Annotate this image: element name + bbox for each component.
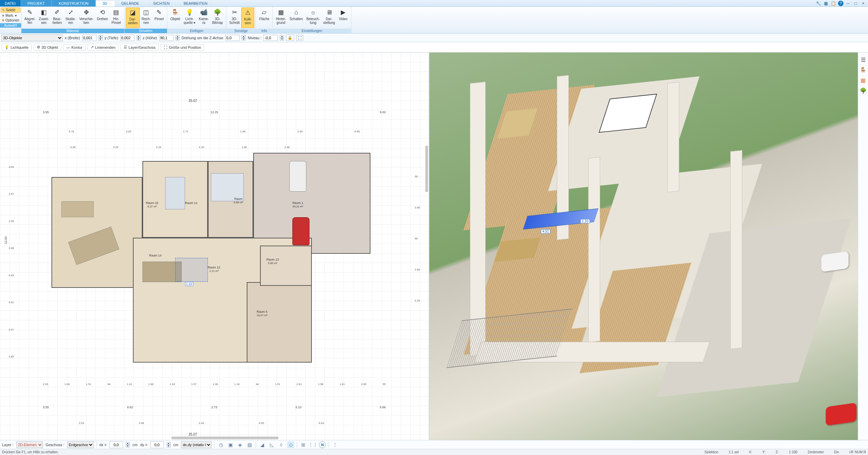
3d-view[interactable]: 4.51 1,10 <box>429 53 858 440</box>
ribbon-group-material: ✎Abgrei-fen◧Zuwei-sen✐Bear-beiten⤢Skalie… <box>21 7 124 33</box>
y-input[interactable] <box>120 35 135 41</box>
ribbon-kamera-button[interactable]: 📹Kame-ra <box>197 8 210 28</box>
north-icon[interactable]: N <box>319 441 326 448</box>
rotation-input[interactable] <box>225 35 240 41</box>
ribbon-abgreifen-button[interactable]: ✎Abgrei-fen <box>23 8 37 28</box>
3dobjekt-button[interactable]: ⚙3D Objekt <box>34 44 61 51</box>
optionen-button[interactable]: ✚Optionen <box>1 18 20 23</box>
ribbon-icon: ✥ <box>82 8 90 16</box>
tree-icon[interactable]: 🌳 <box>859 87 867 94</box>
ribbon-group-einfügen: 🪑Objekt💡Licht-quelle ▾📹Kame-ra🌳3D-Bitmap… <box>167 7 226 33</box>
tool-icon[interactable]: ◈ <box>237 441 243 448</box>
grid-icon[interactable]: ⊞ <box>300 441 307 448</box>
ribbon-flche-button[interactable]: ▱Fläche <box>257 8 271 28</box>
geschoss-label: Geschoss : <box>46 443 64 447</box>
ribbon-hintergrund-button[interactable]: ▦Hinter-grund <box>274 8 288 28</box>
tab-3d[interactable]: 3D <box>96 0 115 6</box>
cursor-icon: ↖ <box>2 8 5 12</box>
selekt-button[interactable]: ↖Selekt <box>1 8 20 13</box>
ribbon: ↖Selekt ⚹Mark. ▾ ✚Optionen Auswahl ✎Abgr… <box>0 7 868 33</box>
tool-icon[interactable]: 📋 <box>831 1 836 6</box>
vscroll[interactable] <box>425 146 428 192</box>
ribbon-dbitmap-button[interactable]: 🌳3D-Bitmap <box>211 8 225 28</box>
dy-input[interactable] <box>150 441 164 448</box>
more-icon[interactable]: ⋮ <box>332 441 338 448</box>
menu-tabs: DATEI PROJEKT KONSTRUKTION 3D GELÄNDE SI… <box>0 0 868 7</box>
tool-icon[interactable]: ◺ <box>268 441 275 448</box>
clock-icon[interactable]: ◷ <box>217 441 224 448</box>
mark-icon: ⚹ <box>2 13 4 17</box>
ribbon-icon: ◪ <box>128 9 137 17</box>
layer-select[interactable]: 2D-Elemen <box>16 441 43 448</box>
ribbon-beleuchtung-button[interactable]: ☼Beleuch-tung <box>305 8 321 28</box>
2d-view[interactable]: 3.5512.259.00 5.783.831.711.842.608.40 3… <box>0 53 429 440</box>
tool-icon[interactable]: ◊ <box>278 441 285 448</box>
lichtquelle-button[interactable]: 💡Lichtquelle <box>1 44 32 51</box>
tab-datei[interactable]: DATEI <box>0 0 21 6</box>
layer-button[interactable]: ☰Layer/Geschoss <box>121 44 158 51</box>
x-input[interactable] <box>82 35 96 41</box>
lock-icon[interactable]: 🔒 <box>286 34 294 41</box>
status-bar: Drücken Sie F1, um Hilfe zu erhalten. Se… <box>0 449 868 455</box>
ribbon-skalieren-button[interactable]: ⤢Skalie-ren <box>64 8 78 28</box>
hscroll[interactable] <box>171 437 278 439</box>
tool-icon[interactable]: ◇ <box>287 441 294 448</box>
mode-select[interactable]: dx,dy (relativ ka <box>181 441 212 448</box>
ribbon-rechnen-button[interactable]: ◫Rech-nen <box>140 8 153 28</box>
ribbon-video-button[interactable]: ▶Video <box>337 8 350 28</box>
car-red <box>292 217 309 245</box>
object-type-select[interactable]: 3D-Objekte <box>1 34 63 41</box>
ribbon-icon: ✎ <box>155 8 163 16</box>
close-icon[interactable]: × <box>861 1 866 6</box>
ribbon-icon: ▱ <box>260 8 268 16</box>
tab-gelaende[interactable]: GELÄNDE <box>115 0 147 6</box>
ribbon-hinpinsel-button[interactable]: ▤Hin.Pinsel <box>110 8 123 28</box>
palette-icon[interactable]: ▦ <box>859 76 867 84</box>
selection-marker[interactable]: 1,10 <box>175 258 208 282</box>
ribbon-darstellen-button[interactable]: ◪Dar-stellen <box>126 8 140 28</box>
ribbon-drehen-button[interactable]: ⟲Drehen <box>95 8 110 28</box>
z-input[interactable] <box>159 35 173 41</box>
minimize-icon[interactable]: ─ <box>846 1 851 6</box>
ribbon-icon: ✐ <box>53 8 61 16</box>
tab-bearbeiten[interactable]: BEARBEITEN <box>177 0 215 6</box>
ribbon-schatten-button[interactable]: ⌂Schatten <box>288 8 304 28</box>
ribbon-bearbeiten-button[interactable]: ✐Bear-beiten <box>51 8 64 28</box>
x-down[interactable]: ▼ <box>98 38 103 41</box>
ribbon-darstellung-button[interactable]: 🖥Dar-stellung <box>321 8 336 28</box>
dots-icon[interactable]: ⋮⋮ <box>309 441 316 448</box>
tab-konstruktion[interactable]: KONSTRUKTION <box>52 0 95 6</box>
layers-icon[interactable]: ☰ <box>859 56 867 63</box>
tool-icon[interactable]: ▣ <box>227 441 234 448</box>
ribbon-verschieben-button[interactable]: ✥Verschie-ben <box>77 8 95 28</box>
tab-sichten[interactable]: SICHTEN <box>146 0 177 6</box>
tool-icon[interactable]: ▦ <box>823 1 828 6</box>
ribbon-group-label: Sonstige <box>226 29 256 33</box>
x-up[interactable]: ▲ <box>98 35 103 38</box>
ribbon-kollision-button[interactable]: ⚠Kolli-sion <box>241 8 254 28</box>
linienenden-button[interactable]: ↗Linienenden <box>88 44 119 51</box>
help-icon[interactable]: ? <box>838 1 843 6</box>
ribbon-objekt-button[interactable]: 🪑Objekt <box>169 8 182 28</box>
expand-icon[interactable]: ⛶ <box>296 35 303 41</box>
tab-projekt[interactable]: PROJEKT <box>21 0 52 6</box>
dx-input[interactable] <box>109 441 123 448</box>
mark-button[interactable]: ⚹Mark. ▾ <box>1 13 20 18</box>
ribbon-lichtquelle-button[interactable]: 💡Licht-quelle ▾ <box>182 8 197 28</box>
tool-icon[interactable]: 🔧 <box>816 1 821 6</box>
tool-icon[interactable]: ◢ <box>259 441 265 448</box>
plus-icon: ✚ <box>2 18 4 22</box>
size-button[interactable]: ⛶Größe und Position <box>161 44 204 51</box>
chair-icon[interactable]: 🪑 <box>859 66 867 74</box>
niveau-input[interactable] <box>263 35 278 41</box>
tool-icon[interactable]: ▨ <box>246 441 253 448</box>
geschoss-select[interactable]: Erdgeschos <box>67 441 94 448</box>
ribbon-pinsel-button[interactable]: ✎Pinsel <box>153 8 166 28</box>
ribbon-zuweisen-button[interactable]: ◧Zuwei-sen <box>37 8 51 28</box>
line-icon: — <box>66 45 70 49</box>
kontur-button[interactable]: —Kontur <box>63 44 86 51</box>
niveau-label: Niveau : <box>248 36 261 40</box>
ribbon-icon: ⌂ <box>292 8 300 16</box>
maximize-icon[interactable]: □ <box>853 1 858 6</box>
ribbon-dschnitt-button[interactable]: ✂3D-Schnitt <box>228 8 242 28</box>
